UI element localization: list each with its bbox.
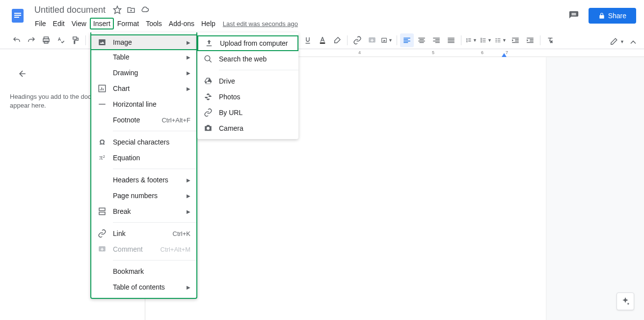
label: Table of contents (113, 283, 187, 291)
insert-equation[interactable]: π² Equation (91, 150, 196, 166)
insert-headers-footers[interactable]: Headers & footers ▶ (91, 172, 196, 188)
insert-toc[interactable]: Table of contents ▶ (91, 279, 196, 295)
svg-marker-4 (114, 6, 121, 14)
menu-file[interactable]: File (31, 18, 50, 29)
align-center-icon[interactable] (415, 33, 429, 47)
redo-icon[interactable] (25, 33, 38, 47)
svg-marker-18 (502, 53, 507, 57)
highlight-icon[interactable] (330, 33, 344, 47)
image-camera[interactable]: Camera (197, 120, 298, 136)
search-icon (203, 54, 213, 64)
separator (113, 131, 196, 131)
link-icon[interactable] (350, 33, 364, 47)
svg-rect-11 (382, 38, 387, 42)
insert-chart[interactable]: Chart ▶ (91, 81, 196, 96)
insert-break[interactable]: Break ▶ (91, 204, 196, 219)
svg-rect-22 (99, 208, 105, 210)
insert-special-chars[interactable]: Ω Special characters (91, 134, 196, 150)
insert-footnote[interactable]: Footnote Ctrl+Alt+F (91, 112, 196, 128)
share-button[interactable]: Share (589, 8, 636, 24)
comments-icon[interactable] (567, 9, 581, 23)
ruler-indent-marker[interactable] (502, 53, 507, 57)
indent-decrease-icon[interactable] (509, 33, 522, 47)
label: Footnote (113, 116, 161, 124)
image-submenu: Upload from computer Search the web Driv… (197, 32, 298, 139)
insert-image[interactable]: Image ▶ (90, 34, 197, 50)
camera-icon (203, 123, 213, 133)
chevron-right-icon: ▶ (187, 70, 190, 76)
svg-point-15 (496, 38, 497, 39)
svg-rect-3 (14, 17, 19, 18)
svg-rect-2 (14, 15, 21, 16)
link-icon (97, 229, 107, 238)
menu-edit[interactable]: Edit (50, 18, 68, 29)
label: Camera (219, 124, 293, 132)
checklist-icon[interactable]: ▼ (479, 33, 493, 47)
docs-logo-icon[interactable] (8, 6, 27, 26)
label: Headers & footers (113, 176, 187, 184)
ruler-mark: 6 (481, 50, 483, 55)
bulleted-list-icon[interactable]: ▼ (494, 33, 508, 47)
label: Equation (113, 154, 190, 162)
label: Search the web (219, 55, 293, 63)
svg-rect-19 (99, 39, 106, 45)
svg-rect-1 (14, 13, 21, 14)
line-spacing-icon[interactable]: ▼ (464, 33, 478, 47)
image-url[interactable]: By URL (197, 105, 298, 120)
text-color-icon[interactable] (316, 33, 329, 47)
underline-icon[interactable] (301, 33, 315, 47)
insert-page-numbers[interactable]: Page numbers ▶ (91, 188, 196, 204)
image-drive[interactable]: Drive (197, 73, 298, 89)
spellcheck-icon[interactable] (54, 33, 68, 47)
insert-dropdown: Image ▶ Table ▶ Drawing ▶ Chart ▶ Horizo… (90, 32, 197, 299)
chevron-up-icon[interactable] (628, 37, 638, 49)
explore-button[interactable] (617, 292, 634, 310)
separator (113, 222, 196, 223)
print-icon[interactable] (39, 33, 53, 47)
align-right-icon[interactable] (429, 33, 443, 47)
insert-drawing[interactable]: Drawing ▶ (91, 65, 196, 81)
chart-icon (97, 84, 107, 93)
chevron-right-icon: ▶ (187, 209, 190, 214)
undo-icon[interactable] (10, 33, 24, 47)
image-upload[interactable]: Upload from computer (197, 35, 298, 51)
svg-rect-9 (320, 42, 325, 43)
insert-table[interactable]: Table ▶ (91, 49, 196, 65)
menu-insert[interactable]: Insert (90, 18, 114, 29)
separator (347, 35, 348, 45)
move-icon[interactable] (126, 5, 136, 15)
clear-format-icon[interactable] (543, 33, 557, 47)
insert-image-icon[interactable]: ▼ (380, 33, 394, 47)
indent-increase-icon[interactable] (523, 33, 537, 47)
menu-format[interactable]: Format (114, 18, 142, 29)
image-photos[interactable]: Photos (197, 89, 298, 105)
add-comment-icon[interactable] (365, 33, 379, 47)
svg-rect-14 (481, 41, 482, 42)
doc-title[interactable]: Untitled document (31, 5, 108, 15)
cloud-icon[interactable] (140, 5, 150, 15)
editing-mode-button[interactable]: ▼ (609, 37, 624, 46)
last-edit-link[interactable]: Last edit was seconds ago (223, 20, 298, 28)
comment-icon (97, 244, 107, 254)
menu-view[interactable]: View (68, 18, 90, 29)
insert-link[interactable]: Link Ctrl+K (91, 226, 196, 241)
align-justify-icon[interactable] (444, 33, 458, 47)
image-search-web[interactable]: Search the web (197, 51, 298, 67)
label: Photos (219, 93, 293, 101)
align-left-icon[interactable] (400, 33, 414, 47)
app-header: Untitled document File Edit View Insert … (0, 0, 644, 31)
separator (85, 35, 86, 45)
star-icon[interactable] (112, 5, 122, 15)
menu-help[interactable]: Help (198, 18, 219, 29)
insert-hr[interactable]: Horizontal line (91, 96, 196, 112)
svg-rect-8 (73, 37, 77, 39)
back-arrow-icon[interactable] (18, 69, 27, 81)
shortcut: Ctrl+K (173, 230, 190, 237)
menu-tools[interactable]: Tools (142, 18, 165, 29)
insert-bookmark[interactable]: Bookmark (91, 263, 196, 279)
separator (540, 35, 540, 45)
ruler-mark: 4 (358, 50, 361, 55)
drive-icon (203, 76, 213, 86)
paint-format-icon[interactable] (69, 33, 82, 47)
menu-addons[interactable]: Add-ons (165, 18, 198, 29)
